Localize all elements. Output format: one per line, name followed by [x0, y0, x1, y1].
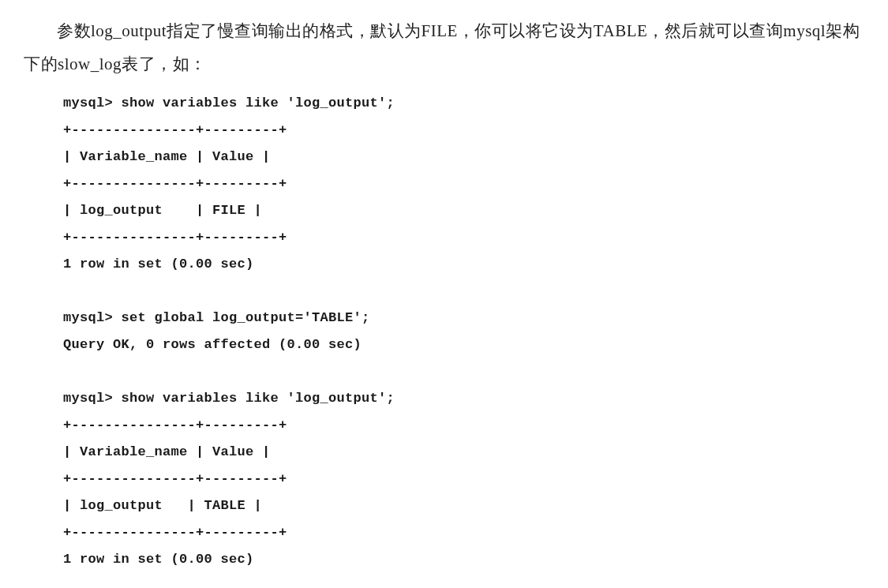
code-line: +---------------+---------+ — [63, 230, 287, 245]
code-line: +---------------+---------+ — [63, 122, 287, 137]
code-line: +---------------+---------+ — [63, 418, 287, 433]
code-line: 1 row in set (0.00 sec) — [63, 552, 254, 567]
code-line: | Variable_name | Value | — [63, 444, 271, 459]
code-line: Query OK, 0 rows affected (0.00 sec) — [63, 337, 362, 352]
code-line: mysql> show variables like 'log_output'; — [63, 96, 395, 110]
code-line: 1 row in set (0.00 sec) — [63, 257, 254, 272]
code-line: +---------------+---------+ — [63, 176, 287, 191]
code-line: mysql> show variables like 'log_output'; — [63, 391, 395, 406]
code-line: +---------------+---------+ — [63, 471, 287, 486]
code-line: +---------------+---------+ — [63, 525, 287, 540]
code-line: | log_output | TABLE | — [63, 498, 262, 513]
mysql-code-block: mysql> show variables like 'log_output';… — [63, 90, 864, 573]
code-line: | log_output | FILE | — [63, 203, 262, 218]
code-line: mysql> set global log_output='TABLE'; — [63, 310, 370, 325]
code-line: | Variable_name | Value | — [63, 149, 271, 164]
intro-paragraph: 参数log_output指定了慢查询输出的格式，默认为FILE，你可以将它设为T… — [24, 14, 864, 81]
